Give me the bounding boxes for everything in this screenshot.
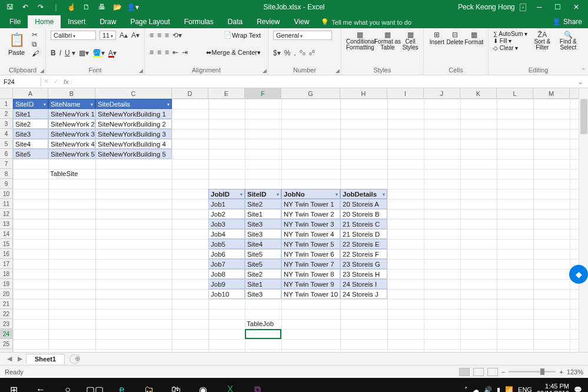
app-icon[interactable]: ⧉: [244, 378, 271, 392]
expand-formula-bar-icon[interactable]: ⌄: [573, 78, 588, 86]
align-left-icon[interactable]: ≡: [150, 48, 154, 57]
cell-E18[interactable]: Job8: [208, 269, 245, 279]
new-sheet-button[interactable]: ⊕: [69, 354, 80, 364]
sheet-nav-next-icon[interactable]: ▶: [15, 355, 25, 363]
format-cells-button[interactable]: ▦Format: [464, 31, 483, 45]
align-top-icon[interactable]: ≡: [150, 31, 154, 39]
cell-A3[interactable]: Site2: [13, 119, 48, 129]
cell-B1[interactable]: SiteName: [48, 99, 95, 109]
comma-format-icon[interactable]: ,: [294, 49, 295, 57]
tab-insert[interactable]: Insert: [61, 15, 92, 28]
close-button[interactable]: ✕: [568, 3, 584, 11]
start-button[interactable]: ⊞: [0, 378, 27, 392]
font-family-select[interactable]: Calibri: [51, 31, 96, 40]
row-header-8[interactable]: 8: [0, 169, 12, 179]
cell-E16[interactable]: Job6: [208, 249, 245, 259]
worksheet-grid[interactable]: ABCDEFGHIJKLM 12345678910111213141516171…: [0, 88, 588, 352]
tab-draw[interactable]: Draw: [92, 15, 123, 28]
cell-F19[interactable]: Site1: [245, 279, 281, 289]
cell-E15[interactable]: Job5: [208, 239, 245, 249]
find-select-button[interactable]: 🔍Find & Select: [557, 31, 579, 51]
cell-F24[interactable]: [245, 329, 281, 339]
cell-E10[interactable]: JobID: [208, 189, 245, 199]
cancel-formula-icon[interactable]: ✕: [41, 78, 51, 85]
cell-C5[interactable]: SiteNewYorkBuilding 4: [95, 139, 172, 149]
open-icon[interactable]: 📂: [111, 1, 124, 14]
cell-F14[interactable]: Site3: [245, 229, 281, 239]
cell-G13[interactable]: NY Twin Tower 3: [281, 219, 340, 229]
font-size-select[interactable]: 11: [99, 31, 116, 40]
fill-button[interactable]: ⬇ Fill ▾: [493, 38, 527, 44]
col-header-F[interactable]: F: [245, 88, 281, 98]
cell-H13[interactable]: 21 Storeis C: [340, 219, 387, 229]
sort-filter-button[interactable]: ẐASort & Filter: [531, 31, 553, 51]
cell-E11[interactable]: Job1: [208, 199, 245, 209]
col-header-J[interactable]: J: [424, 88, 460, 98]
tab-review[interactable]: Review: [250, 15, 287, 28]
fx-button[interactable]: fx: [61, 78, 72, 85]
zoom-in-icon[interactable]: +: [559, 368, 563, 376]
cell-A1[interactable]: SiteID: [13, 99, 48, 109]
cell-G10[interactable]: JobNo: [281, 189, 340, 199]
tray-onedrive-icon[interactable]: ☁: [473, 386, 479, 393]
cell-F23[interactable]: TableJob: [245, 319, 281, 329]
row-header-15[interactable]: 15: [0, 239, 12, 249]
align-right-icon[interactable]: ≡: [165, 48, 169, 57]
tray-notifications-icon[interactable]: 💬: [574, 386, 582, 393]
cell-F13[interactable]: Site3: [245, 219, 281, 229]
share-button[interactable]: 👤 Share: [546, 15, 588, 28]
percent-format-icon[interactable]: %: [284, 49, 291, 57]
number-launcher-icon[interactable]: ◢: [335, 68, 340, 74]
border-button[interactable]: ▦▾: [79, 49, 89, 57]
dropbox-badge-icon[interactable]: ◆: [569, 265, 588, 284]
sheet-nav-prev-icon[interactable]: ◀: [5, 355, 14, 363]
store-icon[interactable]: 🛍: [162, 378, 190, 392]
row-header-22[interactable]: 22: [0, 309, 12, 319]
cell-H12[interactable]: 20 Storeis B: [340, 209, 387, 219]
row-header-2[interactable]: 2: [0, 109, 12, 119]
row-header-24[interactable]: 24: [0, 329, 12, 339]
tray-clock[interactable]: 1:45 PM 22/11/2016: [537, 383, 569, 392]
align-middle-icon[interactable]: ≡: [157, 31, 161, 39]
zoom-slider[interactable]: [509, 371, 556, 373]
cell-E17[interactable]: Job7: [208, 259, 245, 269]
row-header-7[interactable]: 7: [0, 159, 12, 169]
paste-button[interactable]: 📋 Paste: [5, 32, 28, 56]
row-header-16[interactable]: 16: [0, 249, 12, 259]
tray-battery-icon[interactable]: ▮: [497, 386, 500, 393]
cell-C1[interactable]: SiteDetails: [95, 99, 172, 109]
cell-G20[interactable]: NY Twin Tower 10: [281, 289, 340, 299]
cell-A5[interactable]: Site4: [13, 139, 48, 149]
row-header-4[interactable]: 4: [0, 129, 12, 139]
cell-C3[interactable]: SiteNewYorkBuilding 2: [95, 119, 172, 129]
cell-E19[interactable]: Job9: [208, 279, 245, 289]
collapse-ribbon-icon[interactable]: ⌃: [581, 67, 586, 74]
row-header-3[interactable]: 3: [0, 119, 12, 129]
col-header-G[interactable]: G: [281, 88, 340, 98]
chrome-icon[interactable]: ◉: [190, 378, 217, 392]
tab-file[interactable]: File: [2, 15, 28, 28]
insert-cells-button[interactable]: ⊞Insert: [428, 31, 445, 45]
user-name[interactable]: Peck Keong Hong: [458, 3, 515, 11]
cell-H14[interactable]: 21 Storeis D: [340, 229, 387, 239]
redo-icon[interactable]: ↷: [34, 1, 47, 14]
cell-B5[interactable]: SiteNewYork 4: [48, 139, 95, 149]
row-header-9[interactable]: 9: [0, 179, 12, 189]
clear-button[interactable]: ◇ Clear ▾: [493, 45, 527, 51]
align-bottom-icon[interactable]: ≡: [165, 31, 169, 39]
cell-C4[interactable]: SiteNewYorkBuilding 3: [95, 129, 172, 139]
edge-icon[interactable]: e: [108, 378, 135, 392]
accounting-format-icon[interactable]: $▾: [273, 49, 281, 57]
cell-E13[interactable]: Job3: [208, 219, 245, 229]
cortana-icon[interactable]: ○: [54, 378, 81, 392]
tab-page-layout[interactable]: Page Layout: [123, 15, 177, 28]
tray-up-icon[interactable]: ˄: [464, 386, 468, 393]
cell-A4[interactable]: Site3: [13, 129, 48, 139]
bold-button[interactable]: B: [51, 49, 56, 57]
quick-print-icon[interactable]: 🖶: [95, 1, 108, 14]
cell-styles-button[interactable]: ▦Cell Styles: [402, 31, 418, 51]
alignment-launcher-icon[interactable]: ◢: [263, 68, 267, 74]
format-painter-icon[interactable]: 🖌: [32, 49, 39, 58]
row-header-23[interactable]: 23: [0, 319, 12, 329]
tab-home[interactable]: Home: [28, 15, 61, 28]
